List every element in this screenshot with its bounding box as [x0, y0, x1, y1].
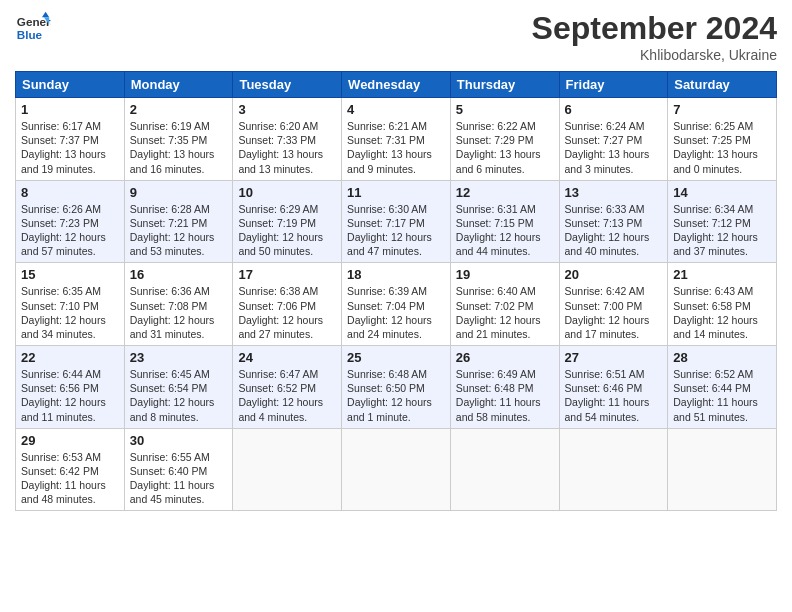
month-title: September 2024 — [532, 10, 777, 47]
day-info: Sunrise: 6:44 AMSunset: 6:56 PMDaylight:… — [21, 367, 119, 424]
day-number: 5 — [456, 102, 554, 117]
calendar-cell — [559, 428, 668, 511]
calendar-cell: 4Sunrise: 6:21 AMSunset: 7:31 PMDaylight… — [342, 98, 451, 181]
day-info: Sunrise: 6:45 AMSunset: 6:54 PMDaylight:… — [130, 367, 228, 424]
day-info: Sunrise: 6:42 AMSunset: 7:00 PMDaylight:… — [565, 284, 663, 341]
day-info: Sunrise: 6:20 AMSunset: 7:33 PMDaylight:… — [238, 119, 336, 176]
calendar-cell: 14Sunrise: 6:34 AMSunset: 7:12 PMDayligh… — [668, 180, 777, 263]
calendar-cell: 29Sunrise: 6:53 AMSunset: 6:42 PMDayligh… — [16, 428, 125, 511]
day-number: 24 — [238, 350, 336, 365]
calendar-cell — [233, 428, 342, 511]
day-info: Sunrise: 6:34 AMSunset: 7:12 PMDaylight:… — [673, 202, 771, 259]
title-area: September 2024 Khlibodarske, Ukraine — [532, 10, 777, 63]
calendar-week-row: 22Sunrise: 6:44 AMSunset: 6:56 PMDayligh… — [16, 346, 777, 429]
day-number: 7 — [673, 102, 771, 117]
calendar-cell: 26Sunrise: 6:49 AMSunset: 6:48 PMDayligh… — [450, 346, 559, 429]
calendar-cell — [668, 428, 777, 511]
calendar-cell: 17Sunrise: 6:38 AMSunset: 7:06 PMDayligh… — [233, 263, 342, 346]
day-info: Sunrise: 6:24 AMSunset: 7:27 PMDaylight:… — [565, 119, 663, 176]
calendar-cell: 11Sunrise: 6:30 AMSunset: 7:17 PMDayligh… — [342, 180, 451, 263]
day-number: 16 — [130, 267, 228, 282]
day-number: 28 — [673, 350, 771, 365]
day-number: 3 — [238, 102, 336, 117]
calendar-week-row: 8Sunrise: 6:26 AMSunset: 7:23 PMDaylight… — [16, 180, 777, 263]
day-number: 22 — [21, 350, 119, 365]
calendar-cell: 23Sunrise: 6:45 AMSunset: 6:54 PMDayligh… — [124, 346, 233, 429]
day-info: Sunrise: 6:28 AMSunset: 7:21 PMDaylight:… — [130, 202, 228, 259]
day-info: Sunrise: 6:53 AMSunset: 6:42 PMDaylight:… — [21, 450, 119, 507]
calendar-cell: 21Sunrise: 6:43 AMSunset: 6:58 PMDayligh… — [668, 263, 777, 346]
day-info: Sunrise: 6:48 AMSunset: 6:50 PMDaylight:… — [347, 367, 445, 424]
calendar-cell: 18Sunrise: 6:39 AMSunset: 7:04 PMDayligh… — [342, 263, 451, 346]
calendar-cell: 28Sunrise: 6:52 AMSunset: 6:44 PMDayligh… — [668, 346, 777, 429]
col-header-wednesday: Wednesday — [342, 72, 451, 98]
day-info: Sunrise: 6:35 AMSunset: 7:10 PMDaylight:… — [21, 284, 119, 341]
day-number: 27 — [565, 350, 663, 365]
col-header-friday: Friday — [559, 72, 668, 98]
day-info: Sunrise: 6:17 AMSunset: 7:37 PMDaylight:… — [21, 119, 119, 176]
day-number: 14 — [673, 185, 771, 200]
day-info: Sunrise: 6:26 AMSunset: 7:23 PMDaylight:… — [21, 202, 119, 259]
day-number: 23 — [130, 350, 228, 365]
calendar-cell: 12Sunrise: 6:31 AMSunset: 7:15 PMDayligh… — [450, 180, 559, 263]
day-info: Sunrise: 6:36 AMSunset: 7:08 PMDaylight:… — [130, 284, 228, 341]
calendar-cell: 2Sunrise: 6:19 AMSunset: 7:35 PMDaylight… — [124, 98, 233, 181]
day-number: 26 — [456, 350, 554, 365]
calendar-cell: 7Sunrise: 6:25 AMSunset: 7:25 PMDaylight… — [668, 98, 777, 181]
calendar-cell: 15Sunrise: 6:35 AMSunset: 7:10 PMDayligh… — [16, 263, 125, 346]
day-number: 30 — [130, 433, 228, 448]
day-number: 2 — [130, 102, 228, 117]
day-number: 21 — [673, 267, 771, 282]
calendar-cell: 19Sunrise: 6:40 AMSunset: 7:02 PMDayligh… — [450, 263, 559, 346]
calendar-cell: 22Sunrise: 6:44 AMSunset: 6:56 PMDayligh… — [16, 346, 125, 429]
col-header-sunday: Sunday — [16, 72, 125, 98]
calendar-cell: 25Sunrise: 6:48 AMSunset: 6:50 PMDayligh… — [342, 346, 451, 429]
day-number: 12 — [456, 185, 554, 200]
calendar-cell — [342, 428, 451, 511]
day-info: Sunrise: 6:51 AMSunset: 6:46 PMDaylight:… — [565, 367, 663, 424]
calendar-cell: 3Sunrise: 6:20 AMSunset: 7:33 PMDaylight… — [233, 98, 342, 181]
day-info: Sunrise: 6:49 AMSunset: 6:48 PMDaylight:… — [456, 367, 554, 424]
day-number: 6 — [565, 102, 663, 117]
day-number: 8 — [21, 185, 119, 200]
day-info: Sunrise: 6:29 AMSunset: 7:19 PMDaylight:… — [238, 202, 336, 259]
calendar-cell: 24Sunrise: 6:47 AMSunset: 6:52 PMDayligh… — [233, 346, 342, 429]
day-info: Sunrise: 6:22 AMSunset: 7:29 PMDaylight:… — [456, 119, 554, 176]
day-info: Sunrise: 6:30 AMSunset: 7:17 PMDaylight:… — [347, 202, 445, 259]
col-header-thursday: Thursday — [450, 72, 559, 98]
col-header-saturday: Saturday — [668, 72, 777, 98]
day-info: Sunrise: 6:39 AMSunset: 7:04 PMDaylight:… — [347, 284, 445, 341]
day-number: 4 — [347, 102, 445, 117]
day-info: Sunrise: 6:52 AMSunset: 6:44 PMDaylight:… — [673, 367, 771, 424]
calendar-cell: 16Sunrise: 6:36 AMSunset: 7:08 PMDayligh… — [124, 263, 233, 346]
day-info: Sunrise: 6:25 AMSunset: 7:25 PMDaylight:… — [673, 119, 771, 176]
day-info: Sunrise: 6:47 AMSunset: 6:52 PMDaylight:… — [238, 367, 336, 424]
day-number: 15 — [21, 267, 119, 282]
logo: General Blue — [15, 10, 51, 46]
calendar-cell: 30Sunrise: 6:55 AMSunset: 6:40 PMDayligh… — [124, 428, 233, 511]
col-header-tuesday: Tuesday — [233, 72, 342, 98]
day-number: 29 — [21, 433, 119, 448]
calendar-cell: 13Sunrise: 6:33 AMSunset: 7:13 PMDayligh… — [559, 180, 668, 263]
location: Khlibodarske, Ukraine — [532, 47, 777, 63]
calendar-cell: 8Sunrise: 6:26 AMSunset: 7:23 PMDaylight… — [16, 180, 125, 263]
day-number: 17 — [238, 267, 336, 282]
day-info: Sunrise: 6:19 AMSunset: 7:35 PMDaylight:… — [130, 119, 228, 176]
calendar-week-row: 15Sunrise: 6:35 AMSunset: 7:10 PMDayligh… — [16, 263, 777, 346]
day-number: 11 — [347, 185, 445, 200]
day-number: 18 — [347, 267, 445, 282]
day-number: 13 — [565, 185, 663, 200]
calendar-cell: 5Sunrise: 6:22 AMSunset: 7:29 PMDaylight… — [450, 98, 559, 181]
calendar-table: SundayMondayTuesdayWednesdayThursdayFrid… — [15, 71, 777, 511]
day-info: Sunrise: 6:55 AMSunset: 6:40 PMDaylight:… — [130, 450, 228, 507]
day-number: 1 — [21, 102, 119, 117]
day-number: 25 — [347, 350, 445, 365]
day-info: Sunrise: 6:38 AMSunset: 7:06 PMDaylight:… — [238, 284, 336, 341]
day-number: 10 — [238, 185, 336, 200]
page-header: General Blue September 2024 Khlibodarske… — [15, 10, 777, 63]
calendar-cell: 9Sunrise: 6:28 AMSunset: 7:21 PMDaylight… — [124, 180, 233, 263]
day-number: 20 — [565, 267, 663, 282]
day-info: Sunrise: 6:33 AMSunset: 7:13 PMDaylight:… — [565, 202, 663, 259]
day-info: Sunrise: 6:40 AMSunset: 7:02 PMDaylight:… — [456, 284, 554, 341]
calendar-cell — [450, 428, 559, 511]
